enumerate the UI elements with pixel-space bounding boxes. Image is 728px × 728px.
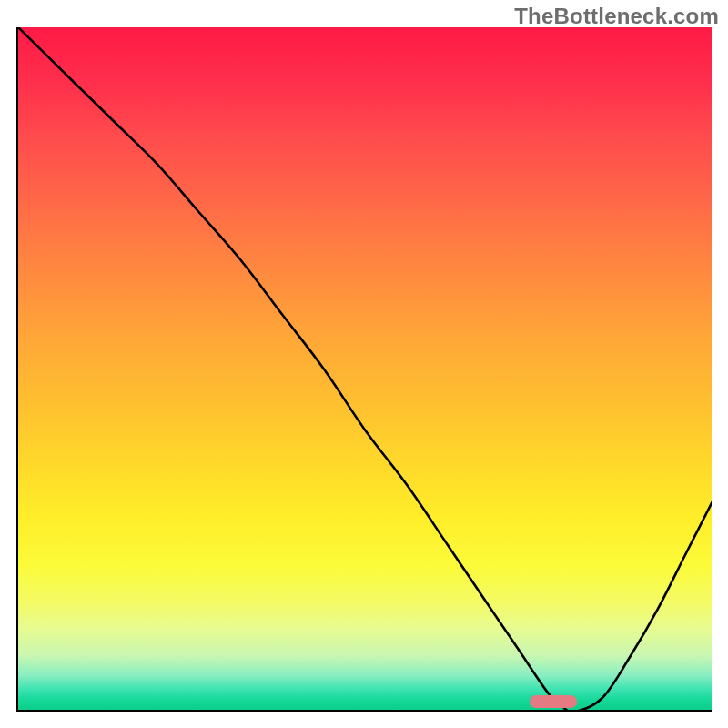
bottleneck-chart [16, 27, 712, 712]
bottleneck-curve-line [18, 27, 712, 712]
watermark-text: TheBottleneck.com [514, 4, 719, 29]
optimal-range-marker [530, 695, 577, 708]
curve-layer [18, 27, 712, 712]
plot-area [16, 27, 712, 712]
